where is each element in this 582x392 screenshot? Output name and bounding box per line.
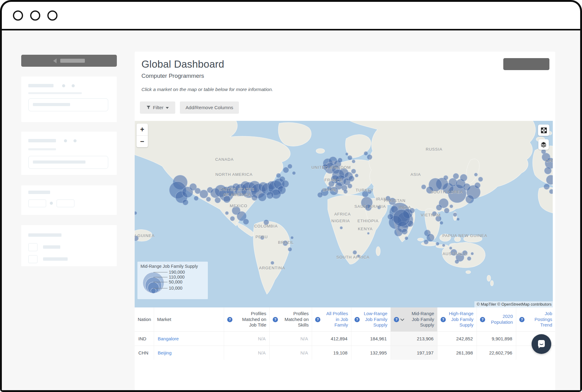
market-bubble[interactable] [453, 212, 457, 217]
market-bubble[interactable] [386, 196, 390, 201]
market-bubble[interactable] [182, 199, 188, 205]
market-bubble[interactable] [225, 211, 229, 215]
zoom-in-button[interactable]: + [137, 124, 148, 135]
help-icon[interactable]: ? [273, 317, 278, 322]
market-bubble[interactable] [421, 184, 426, 189]
column-header-2020-population[interactable]: ?2020 Population [477, 307, 516, 331]
column-header-job-postings-trend[interactable]: ?Job Postings Trend [516, 307, 555, 331]
market-bubble[interactable] [340, 226, 343, 229]
market-bubble[interactable] [338, 158, 342, 163]
market-bubble[interactable] [443, 175, 448, 180]
market-bubble[interactable] [251, 195, 258, 201]
market-bubble[interactable] [317, 192, 323, 198]
market-bubble[interactable] [367, 154, 372, 160]
market-bubble[interactable] [462, 250, 468, 256]
market-bubble[interactable] [364, 151, 368, 156]
market-bubble[interactable] [444, 208, 449, 213]
zoom-out-button[interactable]: − [137, 136, 148, 147]
sidebar-input[interactable] [28, 98, 108, 111]
market-bubble[interactable] [426, 186, 434, 194]
market-bubble[interactable] [215, 197, 221, 203]
window-control-2[interactable] [30, 10, 40, 21]
fullscreen-button[interactable] [538, 125, 549, 136]
help-icon[interactable]: ? [354, 317, 360, 322]
help-icon[interactable]: ? [519, 317, 525, 322]
market-bubble[interactable] [460, 174, 467, 181]
column-header-low-range-job-family-supply[interactable]: ?Low-Range Job Family Supply [351, 307, 390, 331]
help-icon[interactable]: ? [315, 317, 320, 322]
market-bubble[interactable] [243, 219, 249, 225]
column-header-nation[interactable]: Nation [135, 307, 154, 331]
market-bubble[interactable] [435, 216, 441, 222]
market-bubble[interactable] [343, 189, 348, 194]
market-bubble[interactable] [474, 182, 481, 188]
column-header-profiles-matched-on-skills[interactable]: ?Profiles Matched on Skills [269, 307, 312, 331]
market-bubble[interactable] [367, 232, 370, 235]
help-icon[interactable]: ? [227, 317, 232, 322]
market-bubble[interactable] [328, 181, 335, 187]
market-bubble[interactable] [453, 173, 459, 179]
column-header-profiles-matched-on-job-title[interactable]: ?Profiles Matched on Job Title [224, 307, 269, 331]
column-header-all-profiles-in-job-family[interactable]: ?All Profiles in Job Family [312, 307, 351, 331]
market-bubble[interactable] [194, 196, 199, 201]
market-bubble[interactable] [263, 220, 269, 225]
market-bubble[interactable] [365, 204, 372, 211]
market-bubble[interactable] [544, 167, 552, 174]
column-header-mid-range-job-family-supply[interactable]: ?Mid-Range Job Family Supply [390, 307, 437, 331]
header-action-button[interactable] [503, 58, 549, 70]
market-bubble[interactable] [449, 247, 452, 250]
market-bubble[interactable] [436, 242, 439, 246]
column-header-market[interactable]: Market [154, 307, 224, 331]
market-bubble[interactable] [424, 240, 429, 244]
table-row-beijing[interactable]: CHNBeijingN/AN/A19,108132,995197,197261,… [135, 346, 555, 360]
market-link[interactable]: Bangalore [158, 336, 179, 341]
market-bubble[interactable] [347, 184, 352, 188]
market-bubble[interactable] [287, 164, 292, 169]
market-bubble[interactable] [347, 155, 352, 160]
market-bubble[interactable] [465, 195, 474, 204]
market-bubble[interactable] [478, 177, 483, 182]
market-bubble[interactable] [271, 261, 274, 265]
market-bubble[interactable] [351, 169, 356, 174]
table-row-bangalore[interactable]: INDBangaloreN/AN/A412,894184,961213,9062… [135, 331, 555, 346]
market-bubble[interactable] [432, 211, 437, 216]
market-bubble[interactable] [206, 197, 211, 202]
checkbox[interactable] [28, 255, 38, 263]
chat-launcher-button[interactable] [532, 334, 551, 354]
market-bubble[interactable] [345, 152, 348, 156]
market-bubble[interactable] [457, 218, 460, 221]
market-bubble[interactable] [292, 171, 296, 175]
help-icon[interactable]: ? [480, 317, 485, 322]
market-bubble[interactable] [405, 236, 408, 240]
market-bubble[interactable] [322, 164, 328, 170]
market-bubble[interactable] [387, 214, 394, 220]
help-icon[interactable]: ? [394, 317, 399, 322]
market-bubble[interactable] [348, 176, 354, 182]
range-min-input[interactable] [28, 200, 46, 207]
market-bubble[interactable] [393, 209, 410, 227]
market-bubble[interactable] [266, 192, 274, 199]
market-bubble[interactable] [377, 206, 381, 209]
market-bubble[interactable] [544, 184, 550, 190]
world-map[interactable]: CANADARUSSIAASIANORTH AMERICAUNITED STAT… [135, 121, 553, 307]
sidebar-input[interactable] [28, 156, 108, 169]
column-header-high-range-job-family-supply[interactable]: ?High-Range Job Family Supply [437, 307, 477, 331]
market-bubble[interactable] [276, 173, 281, 178]
market-bubble[interactable] [355, 174, 358, 177]
market-bubble[interactable] [455, 259, 459, 264]
help-icon[interactable]: ? [441, 317, 446, 322]
filter-button[interactable]: Filter [140, 101, 175, 114]
market-bubble[interactable] [357, 255, 360, 258]
layers-button[interactable] [538, 139, 549, 150]
market-bubble[interactable] [282, 180, 289, 188]
window-control-1[interactable] [13, 10, 23, 21]
market-bubble[interactable] [260, 236, 264, 240]
market-bubble[interactable] [440, 221, 443, 225]
market-bubble[interactable] [352, 160, 355, 163]
market-bubble[interactable] [258, 193, 267, 201]
market-bubble[interactable] [223, 196, 231, 203]
market-bubble[interactable] [449, 204, 453, 208]
market-bubble[interactable] [288, 247, 292, 251]
market-bubble[interactable] [409, 208, 415, 213]
sidebar-collapse-button[interactable] [21, 55, 117, 67]
